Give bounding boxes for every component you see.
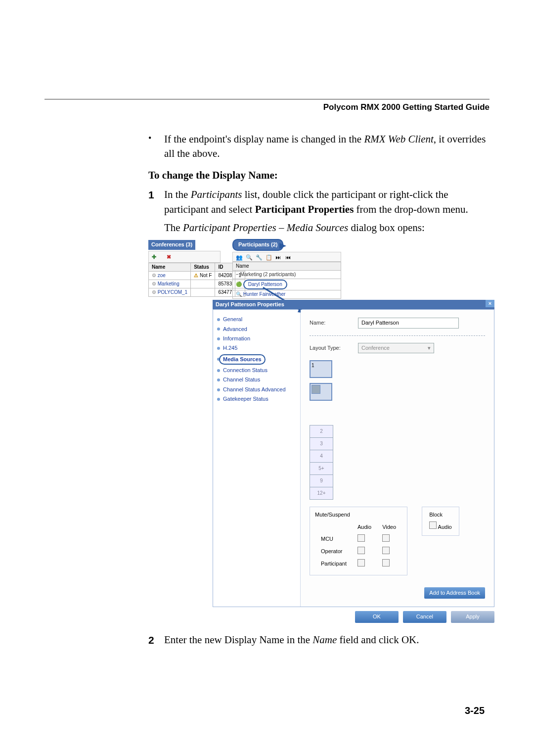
mute-suspend-title: Mute/Suspend <box>315 511 402 519</box>
thumbnail-icon <box>312 385 320 394</box>
toolbar-icon[interactable]: 👥 <box>236 254 242 260</box>
delete-conference-icon[interactable]: ✖ <box>167 253 174 260</box>
bullet-dot: • <box>148 132 164 161</box>
layout-option-9[interactable]: 9 <box>310 474 333 487</box>
cell: zoe <box>158 273 166 278</box>
page-number: 3-25 <box>465 705 485 716</box>
mute-col-audio: Audio <box>353 522 376 532</box>
mute-grid: Audio Video MCU Operator <box>315 521 402 571</box>
status-warning-icon: ⚠ <box>194 273 198 278</box>
layout-type-label: Layout Type: <box>310 344 352 352</box>
nav-label-current: Media Sources <box>219 354 266 365</box>
nav-bullet-icon <box>217 318 220 321</box>
conference-icon: ⚙ <box>152 289 156 295</box>
toolbar-icon[interactable]: ⏮ <box>285 254 291 260</box>
conference-icon: ⚙ <box>152 273 156 278</box>
dcap-b: dialog box opens: <box>348 222 425 234</box>
layout-grid: 1 2 3 4 5+ 9 12+ <box>310 360 485 500</box>
nav-label: Connection Status <box>223 367 267 374</box>
nav-advanced[interactable]: Advanced <box>217 325 296 334</box>
step1-em1: Participants <box>191 189 242 200</box>
block-group: Block Audio <box>422 507 459 536</box>
name-label: Name: <box>310 319 352 327</box>
nav-label: Gatekeeper Status <box>223 395 268 403</box>
ok-button[interactable]: OK <box>355 611 399 622</box>
properties-main-panel: Name: Daryl Patterson Layout Type: Confe… <box>301 310 494 607</box>
nav-channel-status-advanced[interactable]: Channel Status Advanced <box>217 385 296 394</box>
step2-a: Enter the new Display Name in the <box>164 634 312 646</box>
dialog-button-row: OK Cancel Apply <box>213 611 494 622</box>
cancel-button[interactable]: Cancel <box>403 611 446 622</box>
toolbar-icon[interactable]: 🔧 <box>256 254 262 260</box>
mcu-video-checkbox[interactable] <box>382 534 390 542</box>
layout-type-row: Layout Type: Conference ▾ <box>310 343 485 353</box>
col-status[interactable]: Status <box>191 263 215 271</box>
apply-button[interactable]: Apply <box>451 611 494 622</box>
participants-toolbar: 👥 🔍 🔧 📋 ⏭ ⏮ <box>232 252 341 262</box>
bullet0-a: If the endpoint's display name is change… <box>164 133 364 145</box>
toolbar-icon[interactable]: ⏭ <box>275 254 281 260</box>
screenshot: Conferences (3) Participants (2) ✚ ✖ Nam… <box>148 240 494 622</box>
block-title: Block <box>429 511 452 519</box>
dialog-close-button[interactable]: × <box>486 300 494 307</box>
layout-option-thumb[interactable] <box>310 383 332 401</box>
nav-information[interactable]: Information <box>217 334 296 343</box>
table-row[interactable]: ⚙ Marketing 85783 1 <box>149 280 245 288</box>
operator-audio-checkbox[interactable] <box>357 547 365 554</box>
conference-icon: ⚙ <box>152 281 156 286</box>
operator-video-checkbox[interactable] <box>382 547 390 554</box>
nav-label: H.245 <box>223 344 237 352</box>
dropdown-value: Conference <box>361 344 390 352</box>
mcu-audio-checkbox[interactable] <box>357 534 365 542</box>
chevron-down-icon: ▾ <box>428 344 431 352</box>
table-row[interactable]: ⚙ zoe ⚠ Not F 84208 1 <box>149 271 245 280</box>
nav-bullet-icon <box>217 328 220 331</box>
layout-option-3[interactable]: 3 <box>310 437 333 450</box>
nav-media-sources[interactable]: Media Sources <box>217 353 296 366</box>
separator <box>310 335 485 336</box>
step-1: 1 In the Participants list, double click… <box>148 188 490 217</box>
dialog-title: Daryl Patterson Properties <box>216 301 284 307</box>
table-row[interactable]: ⚙ POLYCOM_1 63477 <box>149 288 245 296</box>
nav-bullet-icon <box>217 398 220 401</box>
block-audio-checkbox[interactable] <box>429 521 437 529</box>
nav-connection-status[interactable]: Connection Status <box>217 366 296 375</box>
nav-gatekeeper-status[interactable]: Gatekeeper Status <box>217 394 296 404</box>
col-name[interactable]: Name <box>149 263 191 271</box>
cell: Not F <box>200 273 212 278</box>
nav-channel-status[interactable]: Channel Status <box>217 375 296 384</box>
nav-label: Channel Status <box>223 376 260 383</box>
participants-column-name[interactable]: Name <box>232 262 341 271</box>
toolbar-icon[interactable]: 📋 <box>266 254 271 260</box>
step-2-number: 2 <box>148 633 164 647</box>
nav-label: Advanced <box>223 326 247 333</box>
conferences-header-row: Name Status ID S <box>149 263 245 271</box>
layout-option-4[interactable]: 4 <box>310 450 333 463</box>
mute-col-video: Video <box>377 522 401 532</box>
participant-properties-dialog: Daryl Patterson Properties × General Adv… <box>213 300 494 623</box>
name-input[interactable]: Daryl Patterson <box>358 318 459 328</box>
dcap-a: The <box>164 222 183 234</box>
layout-option-12[interactable]: 12+ <box>310 487 333 500</box>
layout-option-5[interactable]: 5+ <box>310 462 333 475</box>
nav-label: General <box>223 316 242 323</box>
slot-label: 1 <box>312 362 314 369</box>
participant-status-icon: 🟢 <box>236 282 242 287</box>
conferences-table: Name Status ID S ⚙ zoe ⚠ Not F 84208 1 ⚙… <box>148 263 245 297</box>
step1-c: from the drop-down menu. <box>354 203 468 215</box>
add-to-address-book-button[interactable]: Add to Address Book <box>424 587 485 599</box>
add-conference-icon[interactable]: ✚ <box>152 253 159 260</box>
participant-video-checkbox[interactable] <box>382 559 390 567</box>
cell: Marketing <box>158 281 179 286</box>
participant-audio-checkbox[interactable] <box>357 559 365 567</box>
layout-option-2[interactable]: 2 <box>310 425 333 438</box>
participants-group-row[interactable]: − Marketing (2 participants) <box>232 271 341 279</box>
layout-option-1[interactable]: 1 <box>310 360 332 378</box>
layout-type-dropdown[interactable]: Conference ▾ <box>358 343 434 353</box>
toolbar-icon[interactable]: 🔍 <box>246 254 252 260</box>
properties-nav: General Advanced Information H.245 Media… <box>213 310 301 607</box>
step-1-number: 1 <box>148 188 164 217</box>
nav-h245[interactable]: H.245 <box>217 343 296 353</box>
bullet-item: • If the endpoint's display name is chan… <box>148 132 490 161</box>
nav-label: Information <box>223 335 250 342</box>
